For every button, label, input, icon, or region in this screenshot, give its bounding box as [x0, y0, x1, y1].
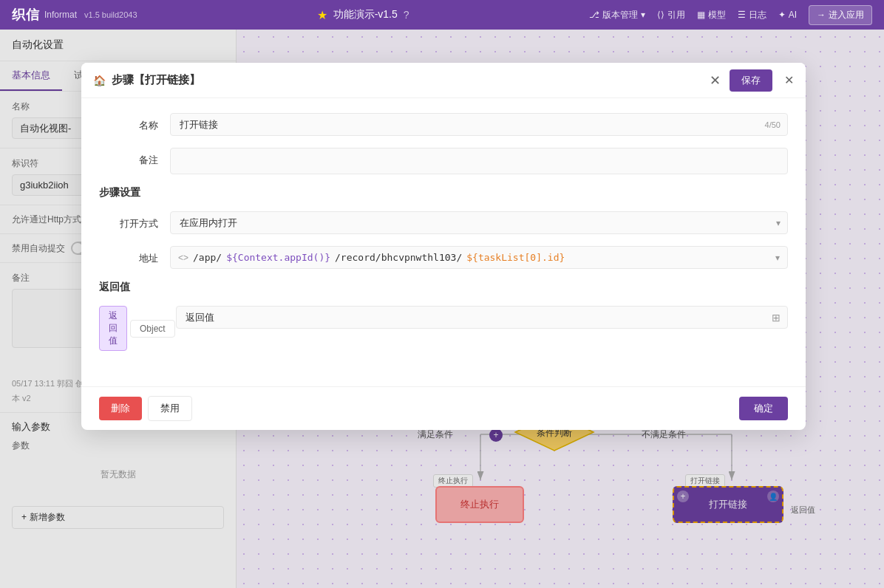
- ai-label: AI: [789, 10, 797, 20]
- confirm-button[interactable]: 确定: [739, 397, 788, 420]
- enter-app-button[interactable]: → 进入应用: [809, 5, 872, 25]
- form-row-note: 备注: [99, 148, 788, 174]
- modal-extra-close-button[interactable]: ✕: [784, 73, 794, 87]
- form-row-address: 地址 <> /app/ ${Context.appId()} /record/b…: [99, 246, 788, 269]
- form-row-return: 返回值 Object ⊞: [99, 306, 788, 360]
- logo-subtitle: Informat: [44, 10, 77, 20]
- enter-icon: →: [817, 10, 826, 20]
- delete-button[interactable]: 删除: [99, 397, 142, 420]
- step-section-title: 步骤设置: [99, 186, 788, 199]
- return-input-icon: ⊞: [772, 312, 781, 324]
- name-form-label: 名称: [99, 113, 158, 132]
- modal-footer: 删除 禁用 确定: [81, 386, 806, 430]
- form-row-name: 名称 4/50: [99, 113, 788, 136]
- reference-label: 引用: [667, 9, 685, 21]
- main-layout: 自动化设置 基本信息 试 名称 标识符 允许通过Http方式 禁用自动提交: [0, 30, 884, 588]
- disable-button[interactable]: 禁用: [148, 396, 192, 421]
- nav-version-btn[interactable]: ⎇ 版本管理 ▾: [589, 9, 645, 21]
- address-part-1: /app/: [193, 252, 222, 263]
- help-icon[interactable]: ?: [404, 9, 409, 21]
- ai-icon: ✦: [778, 10, 786, 20]
- model-icon: ▦: [697, 10, 705, 20]
- open-method-select[interactable]: 在应用内打开: [170, 211, 788, 234]
- address-label: 地址: [99, 246, 158, 265]
- return-tabs-wrap: 返回值 Object: [99, 306, 170, 360]
- top-nav: 织信 Informat v1.5 build2043 ★ 功能演示-v1.5 ?…: [0, 0, 884, 30]
- open-method-label: 打开方式: [99, 211, 158, 230]
- modal-title: 步骤【打开链接】: [112, 73, 701, 87]
- return-tab-value[interactable]: 返回值: [99, 306, 127, 351]
- step-modal: 🏠 步骤【打开链接】 ✕ 保存 ✕ 名称 4/50 备注: [81, 63, 806, 430]
- reference-icon: ⟨⟩: [657, 10, 664, 20]
- form-row-open-method: 打开方式 在应用内打开 ▾: [99, 211, 788, 234]
- address-part-2: ${Context.appId()}: [226, 252, 330, 263]
- name-char-limit: 4/50: [765, 120, 781, 129]
- nav-reference-btn[interactable]: ⟨⟩ 引用: [657, 9, 685, 21]
- model-label: 模型: [708, 9, 726, 21]
- nav-log-btn[interactable]: ☰ 日志: [738, 9, 766, 21]
- return-section: 返回值 返回值 Object: [99, 281, 788, 360]
- modal-save-button[interactable]: 保存: [730, 69, 772, 92]
- nav-center: ★ 功能演示-v1.5 ?: [146, 8, 580, 22]
- modal-x-button[interactable]: ✕: [707, 69, 724, 92]
- modal-home-icon: 🏠: [93, 75, 106, 86]
- log-label: 日志: [749, 9, 766, 21]
- nav-model-btn[interactable]: ▦ 模型: [697, 9, 726, 21]
- name-input-wrap: 4/50: [170, 113, 788, 136]
- modal-note-input[interactable]: [170, 148, 788, 174]
- modal-name-input[interactable]: [170, 113, 788, 136]
- address-arrow-icon: ▾: [775, 253, 780, 263]
- address-part-4: ${taskList[0].id}: [466, 252, 565, 263]
- code-icon: <>: [178, 253, 188, 263]
- nav-title: 功能演示-v1.5: [333, 8, 398, 21]
- version-arrow: ▾: [641, 10, 645, 20]
- logo-text: 织信: [12, 6, 40, 24]
- open-method-select-wrap: 在应用内打开 ▾: [170, 211, 788, 234]
- nav-right: ⎇ 版本管理 ▾ ⟨⟩ 引用 ▦ 模型 ☰ 日志 ✦ AI → 进入应用: [589, 5, 872, 25]
- address-input-wrap[interactable]: <> /app/ ${Context.appId()} /record/bhcv…: [170, 246, 788, 269]
- return-input-wrap: ⊞: [176, 306, 788, 329]
- version-label: 版本管理: [602, 9, 638, 21]
- logo-area: 织信 Informat v1.5 build2043: [12, 6, 137, 24]
- address-part-3: /record/bhcvpnwthl103/: [335, 252, 462, 263]
- return-tabs: 返回值 Object: [99, 306, 170, 351]
- return-tab-object[interactable]: Object: [130, 320, 175, 338]
- nav-ai-btn[interactable]: ✦ AI: [778, 10, 797, 20]
- version-icon: ⎇: [589, 10, 599, 20]
- note-form-label: 备注: [99, 148, 158, 167]
- note-input-wrap: [170, 148, 788, 174]
- log-icon: ☰: [738, 10, 746, 20]
- star-icon: ★: [317, 8, 327, 22]
- version-text: v1.5 build2043: [84, 10, 137, 19]
- enter-label: 进入应用: [829, 9, 864, 21]
- return-section-title: 返回值: [99, 281, 788, 294]
- modal-header: 🏠 步骤【打开链接】 ✕ 保存 ✕: [81, 63, 806, 98]
- return-value-input[interactable]: [176, 306, 788, 329]
- modal-body: 名称 4/50 备注 步骤设置 打开方式 在应用内打开: [81, 98, 806, 386]
